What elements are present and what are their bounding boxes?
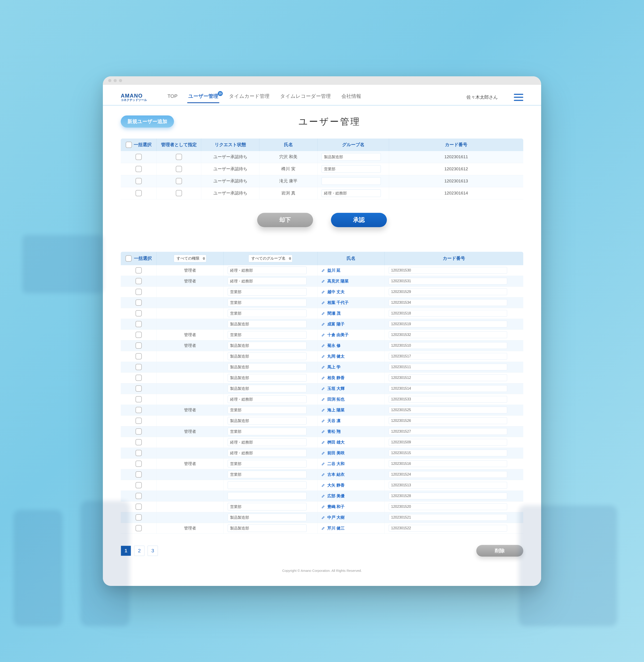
nav-4[interactable]: 会社情報 <box>341 91 362 104</box>
nav-2[interactable]: タイムカード管理 <box>229 91 270 104</box>
nav-1[interactable]: ユーザー管理15 <box>188 91 219 104</box>
nav-badge: 15 <box>218 91 223 96</box>
group-filter-select[interactable]: すべてのグループ名 <box>248 255 293 262</box>
nav-0[interactable]: TOP <box>167 91 178 103</box>
nav-3[interactable]: タイムレコーダー管理 <box>280 91 331 104</box>
role-filter-select[interactable]: すべての権限 <box>174 255 206 262</box>
